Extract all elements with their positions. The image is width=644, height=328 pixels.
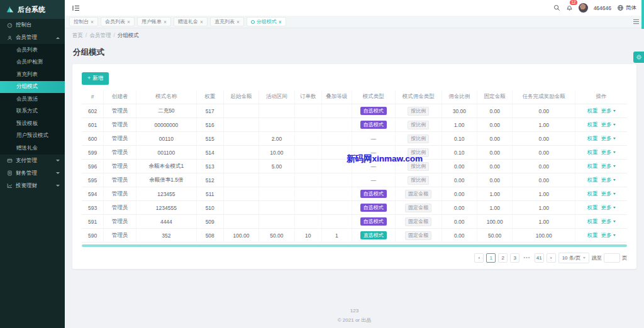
table-row: 600 管理员 00110 515 2.00 — 按比例 0.10 0.00 0…: [82, 132, 627, 146]
prev-page-button[interactable]: ‹: [474, 253, 484, 263]
language-switcher[interactable]: 简体: [617, 4, 636, 12]
tab-recharge-list[interactable]: 直充列表: [210, 17, 244, 26]
tab-user-bill[interactable]: 用户账单: [137, 17, 171, 26]
avatar[interactable]: [579, 3, 588, 13]
pagination: ‹ 1 2 3 ••• 41 › 10 条/页 跳至 页: [82, 253, 627, 263]
cell-order-count: 10: [294, 229, 321, 243]
chevron-down-icon: [56, 185, 60, 187]
row-more-link[interactable]: 更多: [601, 135, 616, 143]
app-logo[interactable]: 后台系统: [0, 0, 65, 19]
cell-stack-level: [321, 132, 352, 146]
sidebar-item-member-activate[interactable]: 会员激活: [0, 93, 65, 106]
row-weight-link[interactable]: 权重: [587, 163, 598, 169]
refresh-icon[interactable]: [251, 20, 255, 24]
tab-group-mode[interactable]: 分组模式: [247, 17, 286, 26]
row-more-link[interactable]: 更多: [601, 149, 616, 156]
row-weight-link[interactable]: 权重: [587, 232, 598, 238]
row-weight-link[interactable]: 权重: [587, 121, 598, 128]
sidebar-item-user-preset-mode[interactable]: 用户预设模式: [0, 130, 65, 143]
tab-menu-icon[interactable]: [633, 19, 640, 25]
add-button[interactable]: + 新增: [82, 72, 109, 85]
page-button-last[interactable]: 41: [535, 253, 544, 263]
tab-close-icon[interactable]: [279, 19, 282, 25]
row-more-link[interactable]: 更多: [601, 121, 616, 129]
tab-close-icon[interactable]: [164, 19, 167, 25]
table-header-row: #创建者模式名称权重起始金额活动区间订单数叠加等级模式类型模式佣金类型佣金比例固…: [82, 90, 627, 104]
chevron-down-icon: [613, 124, 616, 126]
next-page-button[interactable]: ›: [547, 253, 556, 263]
row-more-link[interactable]: 更多: [601, 218, 616, 226]
vertical-scrollbar[interactable]: [641, 0, 644, 29]
notifications-button[interactable]: 12: [566, 3, 573, 14]
row-more-link[interactable]: 更多: [601, 163, 616, 170]
row-more-label: 更多: [601, 107, 612, 115]
column-header: 起始金额: [223, 90, 258, 104]
sidebar-group-finance[interactable]: 财务管理: [0, 167, 65, 180]
sidebar-item-console[interactable]: 控制台: [0, 19, 65, 31]
app-root: 后台系统 控制台 会员管理 会员列表 会员IP检测 直充列表 分组模式 会员激活…: [0, 0, 644, 328]
search-icon[interactable]: [553, 4, 560, 11]
tab-close-icon[interactable]: [91, 19, 94, 25]
row-more-link[interactable]: 更多: [601, 177, 616, 184]
sidebar-group-invest[interactable]: 投资理财: [0, 180, 65, 192]
page-button-1[interactable]: 1: [486, 253, 496, 263]
sidebar-item-member-ip[interactable]: 会员IP检测: [0, 57, 65, 69]
page-size-select[interactable]: 10 条/页: [558, 253, 589, 263]
sidebar-item-contact[interactable]: 联系方式: [0, 106, 65, 118]
username[interactable]: 464646: [594, 5, 611, 11]
horizontal-scrollbar[interactable]: [82, 244, 627, 247]
sidebar-group-payment[interactable]: 支付管理: [0, 155, 65, 167]
cell-commission-ratio: 0.00: [441, 173, 477, 187]
tab-member-list[interactable]: 会员列表: [101, 17, 135, 26]
page-button-3[interactable]: 3: [510, 253, 519, 263]
globe-icon: [617, 4, 624, 11]
cell-task-reward: 0.00: [513, 160, 575, 173]
sidebar-item-member-list[interactable]: 会员列表: [0, 44, 65, 57]
sidebar-fold-icon[interactable]: [72, 5, 80, 11]
cell-commission-ratio: 30.00: [441, 104, 477, 118]
settings-button[interactable]: [633, 52, 644, 63]
row-weight-link[interactable]: 权重: [587, 190, 598, 197]
page-title: 分组模式: [73, 47, 636, 58]
sidebar-group-member[interactable]: 会员管理: [0, 31, 65, 44]
tab-gift-money[interactable]: 赠送礼金: [174, 17, 208, 26]
cell-stack-level: [321, 104, 352, 118]
cell-weight: 509: [196, 215, 223, 229]
tab-close-icon[interactable]: [236, 19, 240, 25]
row-more-link[interactable]: 更多: [601, 232, 616, 239]
row-more-link[interactable]: 更多: [601, 204, 616, 212]
cell-creator: 管理员: [104, 104, 136, 118]
cell-stack-level: [321, 118, 352, 132]
sidebar-item-gift-money[interactable]: 赠送礼金: [0, 142, 65, 155]
cell-stack-level: [321, 173, 352, 187]
row-weight-link[interactable]: 权重: [587, 107, 598, 114]
column-header: 固定金额: [477, 90, 512, 104]
tab-close-icon[interactable]: [200, 19, 203, 25]
row-weight-link[interactable]: 权重: [587, 177, 598, 183]
row-more-link[interactable]: 更多: [601, 107, 616, 115]
row-more-label: 更多: [601, 149, 612, 156]
tab-close-icon[interactable]: [127, 19, 130, 25]
jump-input[interactable]: [604, 253, 620, 263]
sidebar-item-recharge-list[interactable]: 直充列表: [0, 68, 65, 81]
chevron-down-icon: [613, 234, 616, 236]
row-more-link[interactable]: 更多: [601, 190, 616, 198]
breadcrumb-section[interactable]: 会员管理: [89, 32, 111, 40]
row-weight-link[interactable]: 权重: [587, 218, 598, 224]
cell-mode-name: 二充50: [136, 104, 196, 118]
doc-icon: [7, 170, 13, 176]
sidebar-item-group-mode[interactable]: 分组模式: [0, 81, 65, 94]
sidebar-item-preset-template[interactable]: 预设模板: [0, 118, 65, 130]
tab-console[interactable]: 控制台: [69, 17, 98, 26]
row-weight-link[interactable]: 权重: [587, 204, 598, 210]
breadcrumb-home[interactable]: 首页: [72, 32, 83, 40]
page-button-2[interactable]: 2: [498, 253, 508, 263]
cell-commission-type: 按比例: [395, 160, 441, 173]
cell-fixed-amount: 1.00: [477, 187, 512, 201]
row-weight-link[interactable]: 权重: [587, 149, 598, 155]
row-weight-link[interactable]: 权重: [587, 135, 598, 141]
tab-label: 会员列表: [105, 18, 125, 25]
breadcrumb-current: 分组模式: [118, 32, 139, 40]
breadcrumb-separator: /: [113, 32, 114, 40]
commission-type-badge: 按比例: [408, 134, 429, 143]
